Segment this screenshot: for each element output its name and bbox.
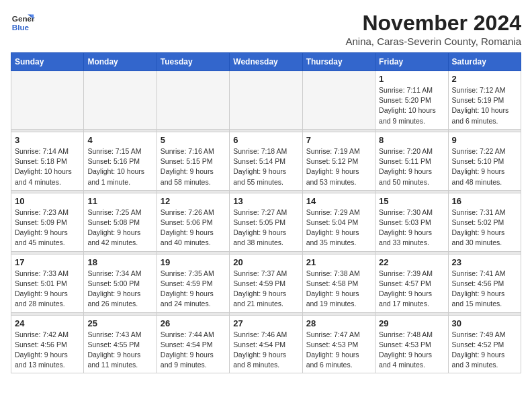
header: General Blue General Blue November 2024 … <box>11 11 521 47</box>
weekday-header-wednesday: Wednesday <box>230 53 302 71</box>
day-number: 10 <box>15 196 80 206</box>
day-number: 6 <box>233 135 298 145</box>
day-number: 28 <box>306 318 371 328</box>
day-number: 29 <box>379 318 444 328</box>
weekday-header-thursday: Thursday <box>302 53 375 71</box>
calendar-cell: 20Sunrise: 7:37 AM Sunset: 4:59 PM Dayli… <box>230 254 302 312</box>
calendar-cell: 8Sunrise: 7:20 AM Sunset: 5:11 PM Daylig… <box>375 132 448 190</box>
week-row-0: 1Sunrise: 7:11 AM Sunset: 5:20 PM Daylig… <box>11 71 521 130</box>
logo: General Blue General Blue <box>11 11 35 35</box>
day-number: 9 <box>452 135 517 145</box>
day-number: 18 <box>87 257 152 267</box>
day-info: Sunrise: 7:12 AM Sunset: 5:19 PM Dayligh… <box>452 85 517 126</box>
calendar-cell: 7Sunrise: 7:19 AM Sunset: 5:12 PM Daylig… <box>302 132 375 190</box>
calendar-cell: 26Sunrise: 7:44 AM Sunset: 4:54 PM Dayli… <box>157 315 229 373</box>
day-info: Sunrise: 7:16 AM Sunset: 5:15 PM Dayligh… <box>161 146 226 187</box>
day-number: 14 <box>306 196 371 206</box>
weekday-header-monday: Monday <box>84 53 157 71</box>
day-number: 11 <box>87 196 152 206</box>
day-info: Sunrise: 7:38 AM Sunset: 4:58 PM Dayligh… <box>306 269 371 310</box>
calendar-cell: 24Sunrise: 7:42 AM Sunset: 4:56 PM Dayli… <box>11 315 84 373</box>
calendar-cell: 6Sunrise: 7:18 AM Sunset: 5:14 PM Daylig… <box>230 132 302 190</box>
day-info: Sunrise: 7:27 AM Sunset: 5:05 PM Dayligh… <box>233 208 298 248</box>
month-title: November 2024 <box>345 11 521 36</box>
location-title: Anina, Caras-Severin County, Romania <box>345 36 521 47</box>
day-info: Sunrise: 7:43 AM Sunset: 4:55 PM Dayligh… <box>87 330 152 371</box>
weekday-header-sunday: Sunday <box>11 53 84 71</box>
day-number: 3 <box>15 135 80 145</box>
day-number: 5 <box>161 135 226 145</box>
day-info: Sunrise: 7:48 AM Sunset: 4:53 PM Dayligh… <box>379 330 444 371</box>
day-number: 22 <box>379 257 444 267</box>
calendar-cell: 1Sunrise: 7:11 AM Sunset: 5:20 PM Daylig… <box>375 71 448 130</box>
day-info: Sunrise: 7:34 AM Sunset: 5:00 PM Dayligh… <box>87 269 152 310</box>
calendar-cell: 11Sunrise: 7:25 AM Sunset: 5:08 PM Dayli… <box>84 193 157 251</box>
day-info: Sunrise: 7:25 AM Sunset: 5:08 PM Dayligh… <box>87 208 152 248</box>
day-info: Sunrise: 7:20 AM Sunset: 5:11 PM Dayligh… <box>379 146 444 187</box>
calendar-cell: 27Sunrise: 7:46 AM Sunset: 4:54 PM Dayli… <box>230 315 302 373</box>
day-number: 25 <box>87 318 152 328</box>
calendar-cell: 4Sunrise: 7:15 AM Sunset: 5:16 PM Daylig… <box>84 132 157 190</box>
calendar-cell: 30Sunrise: 7:49 AM Sunset: 4:52 PM Dayli… <box>448 315 521 373</box>
day-info: Sunrise: 7:46 AM Sunset: 4:54 PM Dayligh… <box>233 330 298 371</box>
day-info: Sunrise: 7:35 AM Sunset: 4:59 PM Dayligh… <box>161 269 226 310</box>
weekday-header-tuesday: Tuesday <box>157 53 229 71</box>
calendar-cell: 9Sunrise: 7:22 AM Sunset: 5:10 PM Daylig… <box>448 132 521 190</box>
calendar-cell: 14Sunrise: 7:29 AM Sunset: 5:04 PM Dayli… <box>302 193 375 251</box>
calendar-cell <box>11 71 84 130</box>
day-info: Sunrise: 7:42 AM Sunset: 4:56 PM Dayligh… <box>15 330 80 371</box>
day-number: 7 <box>306 135 371 145</box>
calendar-cell: 15Sunrise: 7:30 AM Sunset: 5:03 PM Dayli… <box>375 193 448 251</box>
weekday-header-row: SundayMondayTuesdayWednesdayThursdayFrid… <box>11 53 521 71</box>
calendar-cell <box>84 71 157 130</box>
day-info: Sunrise: 7:37 AM Sunset: 4:59 PM Dayligh… <box>233 269 298 310</box>
day-info: Sunrise: 7:41 AM Sunset: 4:56 PM Dayligh… <box>452 269 517 310</box>
calendar-cell: 22Sunrise: 7:39 AM Sunset: 4:57 PM Dayli… <box>375 254 448 312</box>
day-info: Sunrise: 7:14 AM Sunset: 5:18 PM Dayligh… <box>15 146 80 187</box>
week-row-1: 3Sunrise: 7:14 AM Sunset: 5:18 PM Daylig… <box>11 132 521 190</box>
calendar-cell: 19Sunrise: 7:35 AM Sunset: 4:59 PM Dayli… <box>157 254 229 312</box>
day-info: Sunrise: 7:49 AM Sunset: 4:52 PM Dayligh… <box>452 330 517 371</box>
title-area: November 2024 Anina, Caras-Severin Count… <box>345 11 521 47</box>
day-info: Sunrise: 7:22 AM Sunset: 5:10 PM Dayligh… <box>452 146 517 187</box>
calendar-cell <box>230 71 302 130</box>
day-number: 21 <box>306 257 371 267</box>
day-info: Sunrise: 7:33 AM Sunset: 5:01 PM Dayligh… <box>15 269 80 310</box>
calendar-cell <box>157 71 229 130</box>
day-info: Sunrise: 7:29 AM Sunset: 5:04 PM Dayligh… <box>306 208 371 248</box>
day-info: Sunrise: 7:23 AM Sunset: 5:09 PM Dayligh… <box>15 208 80 248</box>
day-number: 27 <box>233 318 298 328</box>
day-info: Sunrise: 7:30 AM Sunset: 5:03 PM Dayligh… <box>379 208 444 248</box>
calendar-cell: 29Sunrise: 7:48 AM Sunset: 4:53 PM Dayli… <box>375 315 448 373</box>
day-number: 12 <box>161 196 226 206</box>
week-row-3: 17Sunrise: 7:33 AM Sunset: 5:01 PM Dayli… <box>11 254 521 312</box>
calendar-table: SundayMondayTuesdayWednesdayThursdayFrid… <box>11 52 521 373</box>
calendar-cell: 18Sunrise: 7:34 AM Sunset: 5:00 PM Dayli… <box>84 254 157 312</box>
calendar-cell: 5Sunrise: 7:16 AM Sunset: 5:15 PM Daylig… <box>157 132 229 190</box>
calendar-cell <box>302 71 375 130</box>
weekday-header-friday: Friday <box>375 53 448 71</box>
day-number: 30 <box>452 318 517 328</box>
day-info: Sunrise: 7:47 AM Sunset: 4:53 PM Dayligh… <box>306 330 371 371</box>
weekday-header-saturday: Saturday <box>448 53 521 71</box>
day-info: Sunrise: 7:44 AM Sunset: 4:54 PM Dayligh… <box>161 330 226 371</box>
calendar-cell: 23Sunrise: 7:41 AM Sunset: 4:56 PM Dayli… <box>448 254 521 312</box>
day-number: 2 <box>452 74 517 84</box>
day-number: 24 <box>15 318 80 328</box>
day-number: 13 <box>233 196 298 206</box>
day-info: Sunrise: 7:15 AM Sunset: 5:16 PM Dayligh… <box>87 146 152 187</box>
week-row-2: 10Sunrise: 7:23 AM Sunset: 5:09 PM Dayli… <box>11 193 521 251</box>
calendar-cell: 3Sunrise: 7:14 AM Sunset: 5:18 PM Daylig… <box>11 132 84 190</box>
day-info: Sunrise: 7:31 AM Sunset: 5:02 PM Dayligh… <box>452 208 517 248</box>
day-number: 26 <box>161 318 226 328</box>
day-number: 20 <box>233 257 298 267</box>
calendar-cell: 21Sunrise: 7:38 AM Sunset: 4:58 PM Dayli… <box>302 254 375 312</box>
day-number: 1 <box>379 74 444 84</box>
day-number: 16 <box>452 196 517 206</box>
day-info: Sunrise: 7:19 AM Sunset: 5:12 PM Dayligh… <box>306 146 371 187</box>
day-info: Sunrise: 7:26 AM Sunset: 5:06 PM Dayligh… <box>161 208 226 248</box>
day-number: 23 <box>452 257 517 267</box>
calendar-cell: 17Sunrise: 7:33 AM Sunset: 5:01 PM Dayli… <box>11 254 84 312</box>
day-number: 15 <box>379 196 444 206</box>
day-info: Sunrise: 7:39 AM Sunset: 4:57 PM Dayligh… <box>379 269 444 310</box>
